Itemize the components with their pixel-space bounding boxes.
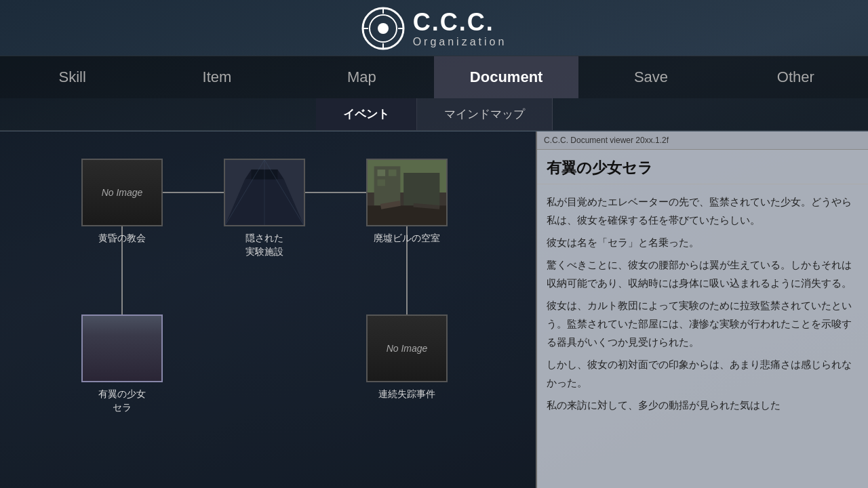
tab-other[interactable]: Other (724, 56, 868, 98)
svg-point-35 (124, 334, 127, 337)
logo-area: C.C.C. Organization (361, 7, 507, 50)
node-church-image: No Image (81, 159, 163, 226)
svg-rect-31 (83, 355, 161, 382)
subtab-event[interactable]: イベント (316, 98, 417, 130)
node-facility[interactable]: 隠された 実験施設 (224, 159, 305, 258)
svg-rect-29 (83, 316, 161, 382)
main-area: No Image 黄昏の教会 隠された 実験施設 (0, 131, 868, 488)
svg-point-32 (111, 336, 134, 368)
doc-para-0: 私が目覚めたエレベーターの先で、監禁されていた少女。どうやら私は、彼女を確保する… (547, 192, 859, 229)
node-sera-label: 有翼の少女 セラ (98, 388, 146, 414)
svg-point-34 (117, 334, 120, 337)
nav-bar: Skill Item Map Document Save Other (0, 56, 868, 98)
document-title: 有翼の少女セラ (537, 150, 868, 184)
doc-para-5: 私の来訪に対して、多少の動揺が見られた気はした (547, 396, 859, 414)
node-missing-image: No Image (366, 314, 448, 382)
node-sera-image (81, 314, 163, 382)
logo-text-group: C.C.C. Organization (413, 9, 507, 48)
app-title: C.C.C. (413, 9, 507, 36)
svg-point-2 (378, 23, 389, 34)
node-ruins[interactable]: 廃墟ビルの空室 (366, 159, 448, 245)
tab-save[interactable]: Save (578, 56, 723, 98)
node-facility-image (224, 159, 305, 226)
doc-para-3: 彼女は、カルト教団によって実験のために拉致監禁されていたという。監禁されていた部… (547, 296, 859, 351)
app-subtitle: Organization (413, 36, 507, 48)
svg-point-33 (113, 326, 131, 344)
node-missing-label: 連続失踪事件 (378, 388, 435, 401)
node-church-label: 黄昏の教会 (98, 232, 146, 245)
node-ruins-image (366, 159, 448, 226)
svg-rect-25 (378, 180, 386, 186)
event-map-area[interactable]: No Image 黄昏の教会 隠された 実験施設 (0, 131, 536, 488)
tab-skill[interactable]: Skill (0, 56, 144, 98)
document-panel: C.C.C. Document viewer 20xx.1.2f 有翼の少女セラ… (536, 131, 868, 488)
doc-para-4: しかし、彼女の初対面での印象からは、あまり悲痛さは感じられなかった。 (547, 355, 859, 392)
logo-icon (361, 7, 405, 50)
node-missing[interactable]: No Image 連続失踪事件 (366, 314, 448, 401)
document-body[interactable]: 私が目覚めたエレベーターの先で、監禁されていた少女。どうやら私は、彼女を確保する… (537, 184, 868, 488)
tab-map[interactable]: Map (290, 56, 434, 98)
svg-rect-23 (378, 169, 386, 176)
subtab-mindmap[interactable]: マインドマップ (417, 98, 553, 130)
node-facility-label: 隠された 実験施設 (245, 232, 283, 258)
document-viewer-header: C.C.C. Document viewer 20xx.1.2f (537, 131, 868, 150)
tab-document[interactable]: Document (434, 56, 578, 98)
node-church[interactable]: No Image 黄昏の教会 (81, 159, 163, 245)
node-ruins-label: 廃墟ビルの空室 (374, 232, 440, 245)
doc-para-2: 驚くべきことに、彼女の腰部からは翼が生えている。しかもそれは収納可能であり、収納… (547, 256, 859, 292)
no-image-label: No Image (102, 187, 143, 198)
sub-tab-bar: イベント マインドマップ (0, 98, 868, 131)
svg-rect-24 (389, 169, 397, 176)
svg-rect-22 (403, 173, 439, 205)
doc-para-1: 彼女は名を「セラ」と名乗った。 (547, 233, 859, 251)
svg-rect-30 (83, 316, 161, 355)
node-sera[interactable]: 有翼の少女 セラ (81, 314, 163, 414)
no-image-label-2: No Image (387, 343, 428, 354)
header: C.C.C. Organization Skill Item Map Docum… (0, 0, 868, 98)
tab-item[interactable]: Item (144, 56, 289, 98)
